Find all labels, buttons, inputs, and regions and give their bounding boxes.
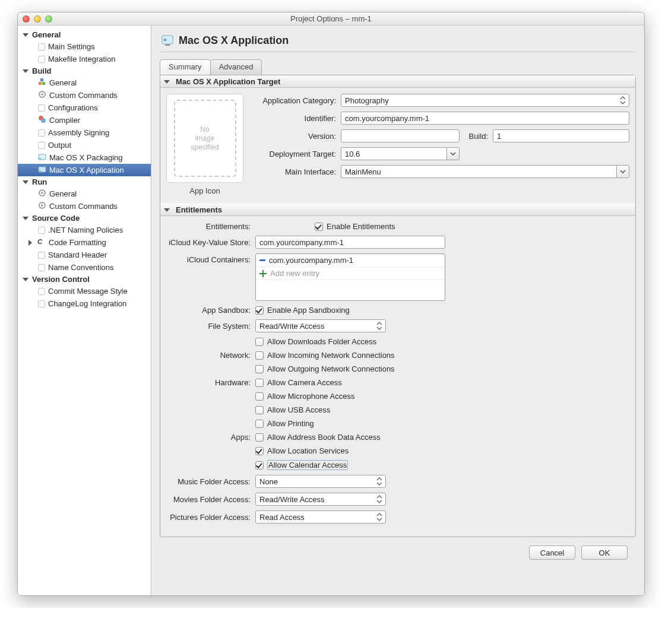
sidebar-item-label: Mac OS X Packaging	[49, 153, 123, 162]
location-checkbox[interactable]: Allow Location Services	[255, 446, 349, 455]
tab-bar: Summary Advanced	[160, 59, 636, 75]
sidebar-item--net-naming-policies[interactable]: .NET Naming Policies	[18, 224, 151, 236]
category-select[interactable]	[341, 94, 629, 107]
sidebar-group-source-code[interactable]: Source Code	[18, 212, 151, 224]
minus-icon[interactable]	[259, 259, 265, 261]
icloud-containers-list[interactable]: com.yourcompany.mm-1 Add new entry	[255, 253, 445, 301]
downloads-checkbox[interactable]: Allow Downloads Folder Access	[255, 337, 376, 346]
sidebar-group-label: Run	[32, 177, 47, 186]
sidebar-item-main-settings[interactable]: Main Settings	[18, 40, 151, 53]
cb-icon	[38, 264, 45, 271]
deploy-target-input[interactable]	[341, 147, 446, 160]
ok-button[interactable]: OK	[581, 545, 628, 560]
window-title: Project Options – mm-1	[18, 14, 644, 23]
add-container-row[interactable]: Add new entry	[256, 267, 445, 280]
entitlements-section-body: Entitlements: Enable Entitlements iCloud…	[160, 216, 635, 537]
chevron-down-icon[interactable]	[616, 165, 629, 178]
main-interface-label: Main Interface:	[252, 167, 341, 176]
entitlements-section-header[interactable]: Entitlements	[160, 204, 635, 216]
sidebar-item-commit-message-style[interactable]: Commit Message Style	[18, 285, 151, 297]
movies-select[interactable]	[255, 493, 386, 506]
version-input[interactable]	[341, 129, 460, 142]
net-in-checkbox[interactable]: Allow Incoming Network Connections	[255, 351, 395, 360]
identifier-label: Identifier:	[252, 114, 341, 123]
sidebar-item-label: General	[49, 189, 77, 198]
sidebar-item-label: ChangeLog Integration	[48, 299, 126, 308]
camera-checkbox[interactable]: Allow Camera Access	[255, 378, 342, 387]
plus-icon[interactable]	[259, 270, 267, 277]
net-out-checkbox[interactable]: Allow Outgoing Network Connections	[255, 364, 395, 373]
cancel-button[interactable]: Cancel	[529, 545, 575, 560]
identifier-input[interactable]	[341, 112, 629, 125]
mic-text: Allow Microphone Access	[267, 392, 354, 401]
tab-advanced[interactable]: Advanced	[210, 59, 262, 75]
sidebar-item-general[interactable]: General	[18, 188, 151, 200]
checkbox-icon	[255, 392, 264, 401]
sidebar-item-compiler[interactable]: Compiler	[18, 114, 151, 126]
build-icon	[38, 78, 46, 88]
sidebar-group-label: Version Control	[32, 275, 90, 284]
icloud-kv-input[interactable]	[255, 236, 445, 249]
sidebar-group-version-control[interactable]: Version Control	[18, 274, 151, 285]
svg-text:C: C	[37, 238, 43, 245]
sidebar-item-standard-header[interactable]: Standard Header	[18, 249, 151, 261]
container-row[interactable]: com.yourcompany.mm-1	[256, 254, 445, 267]
usb-checkbox[interactable]: Allow USB Access	[255, 405, 330, 414]
cb-icon	[38, 104, 45, 112]
sidebar-item-label: Configurations	[48, 103, 98, 112]
sidebar-item-code-formatting[interactable]: CCode Formatting	[18, 236, 151, 249]
sidebar-item-custom-commands[interactable]: Custom Commands	[18, 200, 151, 212]
sidebar-item-assembly-signing[interactable]: Assembly Signing	[18, 126, 151, 139]
pictures-select[interactable]	[255, 510, 386, 524]
sandbox-label: App Sandbox:	[166, 306, 255, 315]
chevron-down-icon[interactable]	[446, 147, 460, 160]
music-select[interactable]	[255, 475, 386, 488]
disclosure-icon	[164, 208, 170, 212]
sidebar-item-configurations[interactable]: Configurations	[18, 101, 151, 114]
disclosure-icon	[23, 217, 28, 220]
sidebar-group-build[interactable]: Build	[18, 65, 151, 77]
sidebar-group-general[interactable]: General	[18, 29, 151, 40]
build-input[interactable]	[493, 129, 629, 142]
print-checkbox[interactable]: Allow Printing	[255, 419, 314, 428]
checkbox-icon	[255, 306, 264, 315]
sidebar-group-label: General	[32, 30, 61, 39]
enable-entitlements-checkbox[interactable]: Enable Entitlements	[315, 222, 395, 231]
addressbook-checkbox[interactable]: Allow Address Book Data Access	[255, 433, 381, 442]
sidebar-item-custom-commands[interactable]: Custom Commands	[18, 89, 151, 101]
enable-sandbox-checkbox[interactable]: Enable App Sandboxing	[255, 306, 350, 315]
sidebar-item-output[interactable]: Output	[18, 139, 151, 151]
filesystem-select[interactable]	[255, 319, 386, 332]
sidebar-item-changelog-integration[interactable]: ChangeLog Integration	[18, 297, 151, 310]
sidebar-item-name-conventions[interactable]: Name Conventions	[18, 261, 151, 274]
sidebar-item-makefile-integration[interactable]: Makefile Integration	[18, 53, 151, 65]
svg-point-14	[41, 204, 43, 206]
svg-rect-18	[165, 45, 170, 46]
cb-icon	[38, 288, 45, 295]
checkbox-icon	[255, 365, 264, 373]
sidebar-item-label: Custom Commands	[49, 91, 118, 100]
svg-rect-1	[42, 82, 45, 85]
main-interface-combo[interactable]	[341, 165, 629, 178]
hardware-label: Hardware:	[166, 378, 255, 387]
calendar-checkbox[interactable]: Allow Calendar Access	[255, 460, 348, 470]
sidebar-group-run[interactable]: Run	[18, 176, 151, 188]
sidebar-item-mac-os-x-packaging[interactable]: Mac OS X Packaging	[18, 151, 151, 164]
category-label: Application Category:	[252, 96, 341, 105]
target-section-header[interactable]: Mac OS X Application Target	[160, 75, 635, 88]
disclosure-icon	[23, 278, 28, 281]
svg-point-12	[41, 192, 43, 193]
deploy-target-combo[interactable]	[341, 147, 460, 160]
tab-summary[interactable]: Summary	[160, 59, 211, 75]
sidebar-item-mac-os-x-application[interactable]: Mac OS X Application	[18, 164, 151, 176]
app-icon-well[interactable]: No image specified	[166, 94, 243, 183]
svg-point-4	[41, 93, 43, 95]
target-section-body: No image specified App Icon Application …	[160, 88, 635, 204]
entitlements-section-title: Entitlements	[176, 205, 222, 214]
sidebar-item-label: Assembly Signing	[48, 128, 109, 137]
app-icon	[38, 165, 46, 175]
sidebar-item-general[interactable]: General	[18, 77, 151, 89]
mic-checkbox[interactable]: Allow Microphone Access	[255, 392, 354, 401]
main-interface-input[interactable]	[341, 165, 616, 178]
disclosure-icon	[28, 240, 32, 246]
